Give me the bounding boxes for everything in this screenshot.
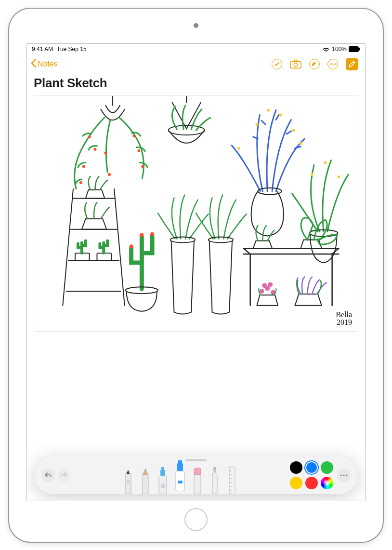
redo-button[interactable] <box>57 469 70 482</box>
svg-point-15 <box>141 165 144 168</box>
svg-point-3 <box>294 63 297 66</box>
sketch-signature: Bella 2019 <box>336 311 352 326</box>
markup-pen-icon[interactable] <box>309 59 320 69</box>
more-icon[interactable] <box>327 59 338 69</box>
svg-point-11 <box>104 151 107 154</box>
svg-point-9 <box>82 165 85 168</box>
svg-rect-0 <box>349 46 359 52</box>
svg-point-30 <box>140 233 144 237</box>
svg-point-5 <box>332 63 334 65</box>
swatch-red[interactable] <box>305 477 318 489</box>
swatch-black[interactable] <box>290 461 302 474</box>
svg-point-18 <box>267 108 270 111</box>
toolbar-more-icon[interactable] <box>337 469 351 482</box>
battery-percent: 100% <box>332 46 347 53</box>
back-button[interactable]: Notes <box>31 59 58 69</box>
svg-point-35 <box>209 237 233 242</box>
camera-icon[interactable] <box>290 58 301 70</box>
svg-point-34 <box>170 237 195 242</box>
svg-point-17 <box>256 123 259 126</box>
undo-button[interactable] <box>41 469 55 482</box>
svg-point-20 <box>292 129 295 132</box>
svg-rect-2 <box>290 61 301 68</box>
note-title: Plant Sketch <box>27 74 365 95</box>
svg-point-40 <box>268 282 273 287</box>
checklist-icon[interactable] <box>272 59 282 69</box>
tool-tray <box>74 456 286 494</box>
tool-ruler[interactable] <box>225 463 239 494</box>
svg-point-19 <box>279 113 282 116</box>
ipad-frame: 9:41 AM Tue Sep 15 100% Notes <box>8 8 384 543</box>
svg-point-4 <box>330 63 331 65</box>
svg-point-10 <box>79 181 82 184</box>
svg-point-63 <box>346 474 347 476</box>
svg-point-22 <box>237 147 240 149</box>
svg-rect-47 <box>177 463 183 471</box>
wifi-icon <box>322 46 330 52</box>
tool-highlighter[interactable] <box>173 460 187 491</box>
svg-point-31 <box>130 244 133 248</box>
svg-point-36 <box>259 289 264 294</box>
status-time: 9:41 AM <box>32 46 53 53</box>
svg-point-32 <box>150 232 154 236</box>
svg-point-8 <box>94 148 97 150</box>
chevron-left-icon <box>31 59 37 69</box>
color-swatches <box>290 461 333 489</box>
plant-sketch-drawing <box>34 96 358 329</box>
tool-eraser[interactable] <box>191 463 204 494</box>
svg-rect-51 <box>194 468 201 475</box>
svg-point-26 <box>337 175 340 178</box>
svg-point-62 <box>343 474 344 476</box>
svg-rect-48 <box>178 460 182 463</box>
svg-point-12 <box>108 173 111 176</box>
swatch-blue[interactable] <box>305 461 318 474</box>
toolbar-grabber[interactable] <box>185 459 207 461</box>
svg-point-6 <box>335 63 336 65</box>
battery-icon <box>349 46 360 52</box>
status-bar: 9:41 AM Tue Sep 15 100% <box>27 44 365 54</box>
svg-rect-43 <box>160 470 165 476</box>
svg-point-61 <box>340 474 341 476</box>
color-picker-icon[interactable] <box>321 477 333 489</box>
svg-rect-44 <box>161 467 164 470</box>
svg-rect-1 <box>359 48 360 50</box>
svg-rect-45 <box>161 483 165 488</box>
swatch-yellow[interactable] <box>290 477 302 489</box>
compose-icon[interactable] <box>346 58 358 70</box>
svg-point-7 <box>88 135 91 138</box>
svg-point-13 <box>133 134 136 137</box>
svg-point-24 <box>311 173 314 176</box>
status-date: Tue Sep 15 <box>57 46 87 53</box>
svg-point-25 <box>324 161 327 164</box>
back-label: Notes <box>38 60 58 68</box>
tool-lasso[interactable] <box>208 463 222 494</box>
markup-toolbar[interactable] <box>35 456 357 494</box>
front-camera <box>194 23 198 28</box>
swatch-green[interactable] <box>321 461 333 474</box>
svg-point-14 <box>137 149 140 152</box>
screen: 9:41 AM Tue Sep 15 100% Notes <box>26 43 366 500</box>
svg-rect-52 <box>212 473 217 494</box>
svg-point-39 <box>262 283 267 288</box>
tool-pencil[interactable] <box>139 463 152 494</box>
home-button[interactable] <box>184 508 208 531</box>
nav-bar: Notes <box>27 54 365 74</box>
tool-marker[interactable] <box>156 463 170 494</box>
svg-point-41 <box>127 480 130 483</box>
tool-pen[interactable] <box>121 463 135 494</box>
svg-point-23 <box>258 188 281 194</box>
svg-point-21 <box>299 142 302 145</box>
svg-rect-49 <box>178 481 183 483</box>
svg-rect-50 <box>194 474 201 494</box>
sketch-canvas[interactable]: Bella 2019 <box>34 95 358 332</box>
